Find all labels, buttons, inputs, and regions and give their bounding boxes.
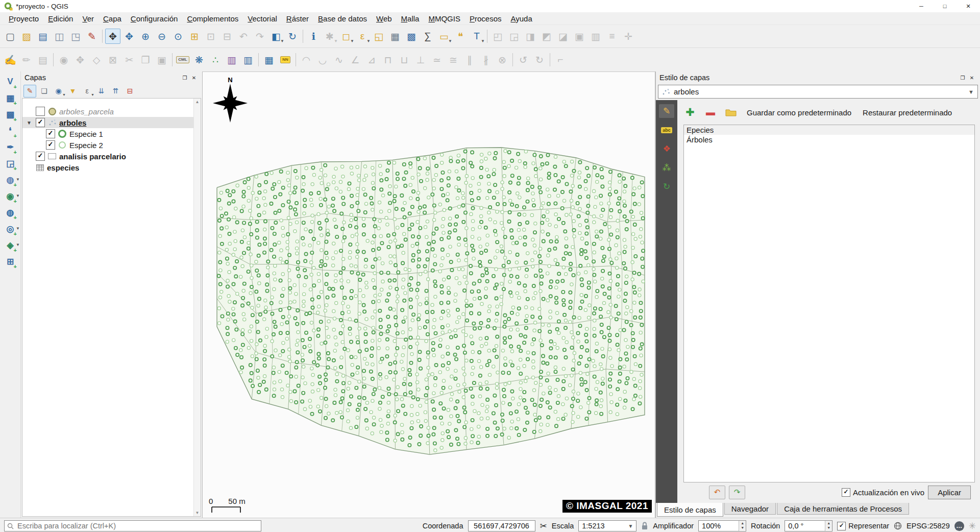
zoom-to-selection-button[interactable]: ⊡ bbox=[203, 29, 218, 44]
undo-button[interactable]: ↺ bbox=[516, 52, 531, 67]
tab-estilo-de-capas[interactable]: Estilo de capas bbox=[657, 503, 723, 517]
tracing-button[interactable]: ⌐ bbox=[553, 52, 568, 67]
history-tab-button[interactable]: ↻ bbox=[659, 180, 674, 194]
adv-digitize-7-button[interactable]: ⊔ bbox=[397, 52, 412, 67]
label-toolbar-6-button[interactable]: ≡ bbox=[604, 29, 620, 44]
maximize-button[interactable]: □ bbox=[933, 0, 957, 12]
rotation-spinbox[interactable]: 0,0 ° ▲▼ bbox=[785, 520, 832, 531]
layer-checkbox[interactable]: ✓ bbox=[36, 118, 45, 127]
live-update-checkbox[interactable]: ✓ Actualización en vivo bbox=[842, 488, 924, 497]
adv-digitize-6-button[interactable]: ⊓ bbox=[380, 52, 396, 67]
layer-row-arboles_parcela[interactable]: arboles_parcela bbox=[22, 106, 193, 117]
menu-ráster[interactable]: Ráster bbox=[282, 13, 313, 24]
messages-icon[interactable]: … bbox=[954, 521, 964, 531]
pan-to-selection-button[interactable]: ✥ bbox=[121, 29, 137, 44]
new-print-layout-button[interactable]: ◫ bbox=[52, 29, 67, 44]
plugin-points-button[interactable]: ∴ bbox=[208, 52, 223, 67]
current-edits-button[interactable]: ✍ bbox=[3, 52, 18, 67]
adv-digitize-10-button[interactable]: ≅ bbox=[446, 52, 461, 67]
copy-features-button[interactable]: ❐ bbox=[138, 52, 153, 67]
open-layer-styling-button[interactable]: ✎ bbox=[23, 85, 36, 98]
text-annotation-button[interactable]: T▼ bbox=[469, 29, 484, 44]
label-toolbar-5-button[interactable]: ▥ bbox=[588, 29, 603, 44]
pin-labels-button[interactable]: ◰ bbox=[490, 29, 505, 44]
magnifier-spinbox[interactable]: 100% ▲▼ bbox=[698, 520, 746, 531]
add-postgis-layer-button[interactable]: ◍▼ bbox=[3, 173, 17, 187]
close-button[interactable]: ✕ bbox=[957, 0, 980, 12]
tasks-icon[interactable]: ✳ bbox=[969, 521, 976, 531]
3d-view-tab-button[interactable]: ❖ bbox=[659, 142, 674, 156]
redo-style-button[interactable]: ↷ bbox=[729, 486, 745, 499]
zoom-to-layer-button[interactable]: ⊟ bbox=[219, 29, 235, 44]
layer-row-especie-2[interactable]: ✓Especie 2 bbox=[22, 139, 193, 151]
menu-procesos[interactable]: Procesos bbox=[465, 13, 506, 24]
diagrams-tab-button[interactable]: ⁂ bbox=[659, 161, 674, 175]
new-project-button[interactable]: ▢ bbox=[3, 29, 18, 44]
group-stats-button[interactable]: ▥ bbox=[224, 52, 239, 67]
labels-tab-button[interactable]: abc bbox=[659, 123, 674, 137]
layer-row-analisis-parcelario[interactable]: ✓analisis parcelario bbox=[22, 151, 193, 162]
label-toolbar-3-button[interactable]: ◪ bbox=[555, 29, 571, 44]
apply-button[interactable]: Aplicar bbox=[928, 486, 971, 499]
map-tips-button[interactable]: ❝ bbox=[453, 29, 468, 44]
label-toolbar-1-button[interactable]: ◨ bbox=[523, 29, 538, 44]
adv-digitize-3-button[interactable]: ∿ bbox=[331, 52, 347, 67]
layer-checkbox[interactable] bbox=[36, 107, 45, 116]
field-calculator-button[interactable]: ▩ bbox=[404, 29, 419, 44]
manage-map-themes-button[interactable]: ◉▼ bbox=[52, 85, 65, 98]
select-by-expression-button[interactable]: ε▼ bbox=[355, 29, 370, 44]
refresh-map-button[interactable]: ↻ bbox=[285, 29, 300, 44]
new-bookmark-button[interactable]: ◧▼ bbox=[268, 29, 284, 44]
run-feature-action-button[interactable]: ✱▼ bbox=[322, 29, 337, 44]
highlight-labels-button[interactable]: ◲ bbox=[506, 29, 522, 44]
nn-join-plugin-button[interactable]: NN bbox=[278, 52, 293, 67]
locator-search[interactable] bbox=[4, 520, 261, 531]
map-canvas[interactable]: N 0 50 m © IMASGAL 2021 bbox=[202, 71, 655, 518]
filter-legend-button[interactable]: ▼ bbox=[66, 85, 79, 98]
spinner-arrows[interactable]: ▲▼ bbox=[825, 521, 832, 531]
layer-row-arboles[interactable]: ▼✓arboles bbox=[22, 117, 193, 128]
save-default-button[interactable]: Guardar como predeterminado bbox=[745, 108, 853, 117]
layer-selector-dropdown[interactable]: arboles ▼ bbox=[658, 85, 978, 99]
close-panel-icon[interactable]: ✕ bbox=[189, 74, 199, 82]
coordinate-input[interactable]: 561697,4729706 bbox=[468, 520, 535, 531]
open-attribute-table-button[interactable]: ▦ bbox=[387, 29, 403, 44]
cml-plugin-button[interactable]: CML bbox=[175, 52, 190, 67]
add-group-button[interactable]: ❏ bbox=[38, 85, 51, 98]
statistics-panel-button[interactable]: ∑ bbox=[420, 29, 435, 44]
measure-line-button[interactable]: ▭▼ bbox=[436, 29, 452, 44]
add-wms-layer-button[interactable]: ◍ bbox=[3, 205, 17, 220]
add-wfs-layer-button[interactable]: ◈▼ bbox=[3, 238, 17, 252]
layer-checkbox[interactable]: ✓ bbox=[46, 129, 55, 138]
select-features-button[interactable]: ◻▼ bbox=[338, 29, 354, 44]
layer-row-especies[interactable]: especies bbox=[22, 162, 193, 173]
toggle-editing-button[interactable]: ✏ bbox=[19, 52, 34, 67]
filter-by-expression-button[interactable]: ε▼ bbox=[81, 85, 93, 98]
load-style-folder-button[interactable] bbox=[724, 106, 738, 118]
zoom-out-button[interactable]: ⊖ bbox=[154, 29, 169, 44]
zoom-next-button[interactable]: ↷ bbox=[252, 29, 267, 44]
adv-digitize-5-button[interactable]: ⊿ bbox=[364, 52, 379, 67]
adv-digitize-13-button[interactable]: ⊗ bbox=[495, 52, 510, 67]
scale-combobox[interactable]: 1:5213 ▼ bbox=[578, 520, 636, 531]
extents-toggle-icon[interactable]: ✂ bbox=[540, 521, 547, 531]
menu-ayuda[interactable]: Ayuda bbox=[506, 13, 536, 24]
menu-proyecto[interactable]: Proyecto bbox=[4, 13, 43, 24]
menu-web[interactable]: Web bbox=[372, 13, 397, 24]
search-input[interactable] bbox=[16, 521, 258, 530]
zoom-full-button[interactable]: ⊞ bbox=[187, 29, 202, 44]
float-panel-icon[interactable]: ❐ bbox=[180, 74, 189, 82]
save-edits-button[interactable]: ▤ bbox=[35, 52, 51, 67]
vertex-tool-button[interactable]: ◇ bbox=[89, 52, 104, 67]
layout-manager-button[interactable]: ◳ bbox=[68, 29, 83, 44]
add-delimited-text-layer-button[interactable]: ❛ bbox=[3, 124, 17, 138]
label-toolbar-7-button[interactable]: ✛ bbox=[621, 29, 636, 44]
add-raster-layer-button[interactable]: ▦ bbox=[3, 91, 17, 105]
style-list-item[interactable]: Epecies bbox=[684, 125, 974, 135]
add-mesh-layer-button[interactable]: ▩ bbox=[3, 107, 17, 122]
add-virtual-raster-button[interactable]: ⊞ bbox=[3, 254, 17, 269]
spinner-arrows[interactable]: ▲▼ bbox=[739, 521, 746, 531]
menu-edición[interactable]: Edición bbox=[43, 13, 78, 24]
label-toolbar-4-button[interactable]: ▣ bbox=[572, 29, 587, 44]
adv-digitize-11-button[interactable]: ∥ bbox=[462, 52, 477, 67]
